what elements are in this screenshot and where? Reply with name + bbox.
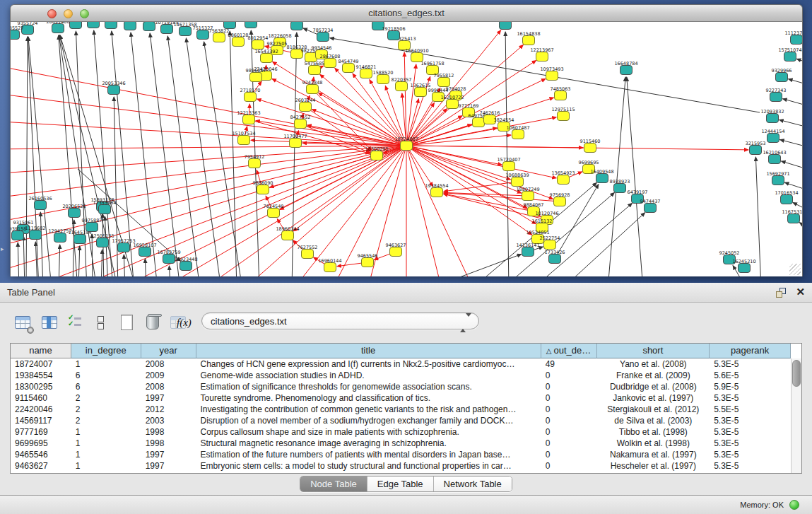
delete-table-button[interactable] (144, 314, 163, 332)
cell-short[interactable]: de Silva et al. (2003) (596, 415, 710, 426)
table-selector-dropdown[interactable]: citations_edges.txt (201, 313, 479, 329)
graph-node-yellow[interactable]: 19384554 (425, 183, 448, 197)
cell-out_degree[interactable]: 0 (541, 449, 597, 460)
column-header-in_degree[interactable]: in_degree (71, 344, 141, 358)
show-column-button[interactable] (41, 314, 59, 332)
cell-year[interactable]: 2012 (141, 404, 196, 415)
graph-node-yellow[interactable]: 16960144 (318, 258, 341, 272)
cell-name[interactable]: 22420046 (11, 404, 71, 415)
cell-out_degree[interactable]: 0 (541, 392, 597, 404)
graph-node-yellow[interactable]: 18960144 (276, 226, 299, 240)
graph-node-teal[interactable]: 16958107 (133, 243, 156, 257)
cell-in_degree[interactable]: 1 (71, 438, 141, 449)
graph-node-yellow[interactable]: 5475685 (305, 61, 325, 75)
graph-node-teal[interactable]: 12254923 (239, 22, 262, 28)
column-header-out_degree[interactable]: △out_de… (541, 344, 597, 358)
cell-title[interactable]: Tourette syndrome. Phenomenology and cla… (196, 392, 541, 404)
cell-name[interactable]: 9465546 (11, 449, 71, 460)
cell-pagerank[interactable]: 5.3E-5 (710, 415, 791, 426)
graph-node-teal[interactable]: 11123705 (784, 30, 802, 45)
cell-in_degree[interactable]: 1 (71, 426, 141, 438)
graph-node-teal[interactable]: 20053346 (102, 81, 125, 95)
network-window-titlebar[interactable]: citations_edges.txt (10, 4, 803, 22)
table-row[interactable]: 969969511998Structural magnetic resonanc… (11, 438, 791, 449)
cell-year[interactable]: 1997 (141, 460, 196, 472)
graph-node-yellow[interactable]: 7955812 (434, 73, 454, 87)
cell-in_degree[interactable]: 6 (71, 370, 141, 381)
graph-node-yellow[interactable]: 15107534 (232, 131, 255, 145)
cell-short[interactable]: Dudbridge et al. (2008) (596, 381, 710, 392)
graph-node-yellow[interactable]: 12975115 (551, 107, 575, 121)
table-row[interactable]: 1872400712008Changes of HCN gene express… (11, 358, 791, 370)
graph-node-teal[interactable]: 11675310 (782, 209, 802, 223)
cell-title[interactable]: Disruption of a novel member of a sodium… (196, 415, 541, 426)
graph-node-teal[interactable]: 9227343 (766, 88, 787, 102)
graph-node-yellow[interactable]: 8860128 (228, 33, 249, 47)
table-row[interactable]: 1938455462009Genome-wide association stu… (11, 370, 791, 381)
graph-node-yellow[interactable]: 10607487 (506, 125, 529, 139)
cell-year[interactable]: 1998 (141, 438, 196, 449)
cell-year[interactable]: 2008 (141, 381, 196, 392)
cell-out_degree[interactable]: 0 (541, 438, 597, 449)
graph-node-teal[interactable]: 1733426 (545, 250, 565, 264)
cell-in_degree[interactable]: 6 (71, 381, 141, 392)
cell-name[interactable]: 9777169 (11, 426, 71, 438)
select-attributes-button[interactable]: ✓✓ (68, 314, 86, 332)
cell-title[interactable]: Genome-wide association studies in ADHD. (196, 370, 541, 381)
graph-node-teal[interactable]: 17016534 (775, 190, 798, 204)
graph-node-yellow[interactable]: 11700477 (283, 134, 307, 148)
graph-node-yellow[interactable]: 16543392 (254, 49, 278, 63)
vertical-scrollbar[interactable] (791, 358, 801, 473)
cell-name[interactable]: 18300295 (11, 381, 71, 392)
column-header-pagerank[interactable]: pagerank (710, 344, 791, 358)
table-row[interactable]: 946554611997Estimation of the future num… (11, 449, 791, 460)
cell-out_degree[interactable]: 0 (541, 404, 597, 415)
table-row[interactable]: 946362711997Embryonic stem cells: a mode… (11, 460, 791, 472)
graph-node-yellow[interactable]: 9465546 (358, 253, 378, 267)
cell-in_degree[interactable]: 2 (71, 415, 141, 426)
column-header-short[interactable]: short (597, 344, 710, 358)
graph-node-yellow[interactable]: 12213967 (530, 47, 553, 62)
cell-out_degree[interactable]: 0 (541, 381, 597, 392)
cell-pagerank[interactable]: 5.9E-5 (710, 381, 791, 392)
cell-pagerank[interactable]: 5.3E-5 (710, 438, 791, 449)
cell-in_degree[interactable]: 2 (71, 404, 141, 415)
graph-node-teal[interactable]: 20691406 (46, 22, 69, 33)
cell-year[interactable]: 1998 (141, 426, 196, 438)
cell-pagerank[interactable]: 5.3E-5 (710, 449, 791, 460)
tab-network-table[interactable]: Network Table (434, 477, 512, 491)
row-options-button[interactable] (92, 314, 110, 332)
collapsed-panel-arrow-icon[interactable]: ▸ (1, 245, 7, 253)
memory-status-indicator[interactable] (789, 500, 799, 510)
cell-in_degree[interactable]: 2 (71, 392, 141, 404)
column-header-year[interactable]: year (141, 344, 196, 358)
graph-node-yellow[interactable]: 16640910 (405, 48, 428, 62)
cell-short[interactable]: Tibbo et al. (1998) (596, 426, 710, 438)
cell-title[interactable]: Structural magnetic resonance image aver… (196, 438, 541, 449)
cell-name[interactable]: 9699695 (11, 438, 71, 449)
graph-node-yellow[interactable]: 16154838 (517, 31, 540, 45)
scrollbar-thumb[interactable] (792, 360, 801, 387)
cell-title[interactable]: Estimation of significance thresholds fo… (196, 381, 541, 392)
graph-node-teal[interactable]: 9329966 (772, 68, 792, 82)
cell-short[interactable]: Jankovic et al. (1997) (596, 392, 710, 404)
table-row[interactable]: 1830029562008Estimation of significance … (11, 381, 791, 392)
cell-short[interactable]: Wolkin et al. (1998) (596, 438, 710, 449)
graph-node-teal[interactable]: 28937191 (81, 22, 105, 28)
graph-node-yellow[interactable]: 8220357 (392, 77, 412, 91)
cell-short[interactable]: Nakamura et al. (1997) (596, 449, 710, 460)
cell-pagerank[interactable]: 5.3E-5 (710, 392, 791, 404)
cell-year[interactable]: 2003 (141, 415, 196, 426)
column-header-name[interactable]: name (11, 344, 71, 358)
cell-out_degree[interactable]: 0 (541, 426, 597, 438)
cell-title[interactable]: Investigating the contribution of common… (196, 404, 541, 415)
graph-node-teal[interactable]: 9474437 (640, 199, 661, 213)
cell-name[interactable]: 9115460 (11, 392, 71, 404)
graph-node-teal[interactable]: 12505135 (90, 233, 114, 247)
cell-short[interactable]: Hescheler et al. (1997) (596, 460, 710, 472)
cell-name[interactable]: 14569117 (11, 415, 71, 426)
cell-year[interactable]: 2009 (141, 370, 196, 381)
graph-node-teal[interactable]: 17957253 (112, 238, 135, 252)
graph-node-yellow[interactable]: 9115460 (580, 139, 601, 153)
cell-in_degree[interactable]: 1 (71, 460, 141, 472)
